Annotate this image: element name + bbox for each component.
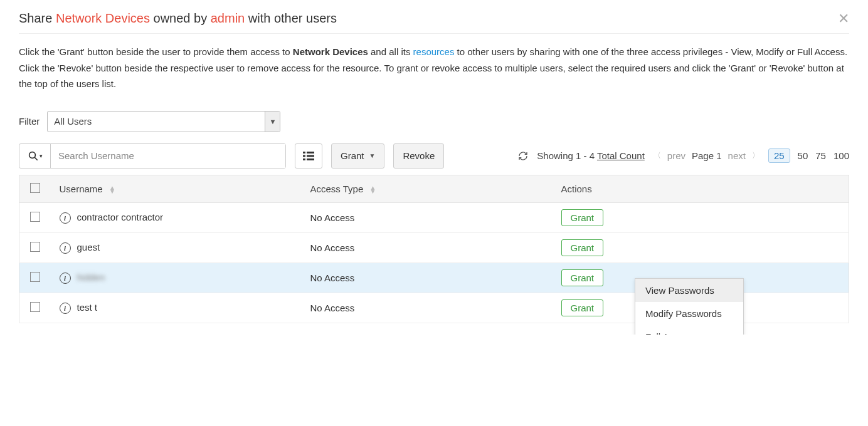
table-row: iguestNo AccessGrant [19, 232, 849, 262]
search-group: ▾ [19, 143, 286, 169]
access-cell: No Access [302, 202, 553, 232]
sort-icon: ▲▼ [109, 186, 115, 194]
username-cell: hidden [77, 272, 105, 283]
table-wrapper: Username ▲▼ Access Type ▲▼ Actions icont… [19, 175, 849, 323]
intro-text: Click the 'Grant' button beside the user… [19, 44, 849, 92]
svg-rect-6 [303, 158, 305, 160]
dialog-titlebar: Share Network Devices owned by admin wit… [19, 11, 849, 34]
chevron-left-icon[interactable]: 〈 [654, 150, 661, 161]
access-cell: No Access [302, 293, 553, 323]
columns-icon [303, 152, 314, 160]
svg-rect-3 [307, 152, 314, 153]
page-size-50[interactable]: 50 [798, 150, 808, 161]
page-indicator: Page 1 [692, 150, 722, 161]
column-header-actions: Actions [553, 175, 849, 202]
column-header-username[interactable]: Username ▲▼ [51, 175, 302, 202]
chevron-down-icon[interactable]: ▼ [265, 112, 280, 132]
row-grant-button[interactable]: Grant [561, 269, 604, 286]
prev-link[interactable]: prev [667, 150, 685, 161]
grant-menu-item[interactable]: Full Access [635, 325, 743, 335]
showing-text: Showing 1 - 4 Total Count [537, 150, 645, 161]
page-size-25[interactable]: 25 [768, 148, 790, 163]
svg-point-0 [29, 152, 35, 158]
username-cell: contractor contractor [77, 212, 164, 222]
info-icon[interactable]: i [60, 303, 71, 314]
grant-menu-item[interactable]: View Passwords [635, 279, 743, 302]
total-count-link[interactable]: Total Count [597, 150, 645, 161]
intro-segment: and all its [368, 46, 413, 57]
grant-dropdown: View PasswordsModify PasswordsFull Acces… [635, 278, 744, 335]
row-checkbox[interactable] [30, 212, 40, 222]
info-icon[interactable]: i [60, 242, 71, 254]
chevron-right-icon[interactable]: 〉 [752, 150, 760, 161]
row-checkbox[interactable] [30, 302, 40, 312]
pager: Showing 1 - 4 Total Count 〈 prev Page 1 … [518, 148, 849, 163]
filter-label: Filter [19, 116, 40, 127]
access-cell: No Access [302, 232, 553, 262]
access-cell: No Access [302, 262, 553, 293]
resources-link[interactable]: resources [413, 46, 455, 57]
revoke-button[interactable]: Revoke [393, 143, 444, 169]
caret-down-icon: ▼ [369, 152, 376, 159]
svg-rect-4 [303, 155, 305, 157]
column-header-access[interactable]: Access Type ▲▼ [302, 175, 553, 202]
filter-value: All Users [48, 112, 265, 132]
title-text: with other users [245, 11, 337, 25]
row-grant-button[interactable]: Grant [561, 239, 604, 256]
svg-rect-7 [307, 158, 314, 160]
username-cell: test t [77, 302, 98, 313]
intro-bold: Network Devices [293, 46, 368, 57]
row-grant-button[interactable]: Grant [561, 209, 604, 226]
page-size-100[interactable]: 100 [834, 150, 849, 161]
table-row: icontractor contractorNo AccessGrant [19, 202, 849, 232]
sort-icon: ▲▼ [369, 186, 376, 194]
title-owner: admin [211, 11, 245, 25]
filter-row: Filter All Users ▼ [19, 111, 849, 132]
svg-line-1 [34, 157, 38, 160]
svg-rect-5 [307, 155, 314, 157]
title-text: owned by [150, 11, 211, 25]
grant-label: Grant [341, 150, 364, 161]
username-cell: guest [77, 242, 100, 252]
title-text: Share [19, 11, 56, 25]
info-icon[interactable]: i [60, 273, 71, 284]
title-resource: Network Devices [56, 11, 150, 25]
toolbar: ▾ Grant ▼ Revoke Showing 1 - 4 Total Cou… [19, 143, 849, 169]
page-size-75[interactable]: 75 [815, 150, 826, 161]
filter-select[interactable]: All Users ▼ [47, 111, 280, 132]
info-icon[interactable]: i [60, 212, 71, 224]
next-link[interactable]: next [728, 150, 746, 161]
svg-rect-2 [303, 152, 305, 153]
close-icon[interactable]: ✕ [838, 12, 849, 26]
row-grant-button[interactable]: Grant [561, 299, 604, 316]
refresh-icon[interactable] [518, 151, 528, 161]
row-checkbox[interactable] [30, 272, 40, 282]
select-all-checkbox[interactable] [30, 183, 40, 193]
row-checkbox[interactable] [30, 242, 40, 252]
page-sizes: 25 50 75 100 [768, 148, 849, 163]
page-nav: 〈 prev Page 1 next 〉 [654, 150, 760, 161]
columns-button[interactable] [295, 143, 322, 169]
grant-button[interactable]: Grant ▼ [331, 143, 384, 169]
search-input[interactable] [51, 144, 285, 168]
grant-menu-item[interactable]: Modify Passwords [635, 302, 743, 325]
revoke-label: Revoke [403, 150, 435, 161]
intro-segment: Click the 'Grant' button beside the user… [19, 46, 293, 57]
search-icon[interactable]: ▾ [19, 144, 51, 168]
dialog-title: Share Network Devices owned by admin wit… [19, 11, 337, 26]
